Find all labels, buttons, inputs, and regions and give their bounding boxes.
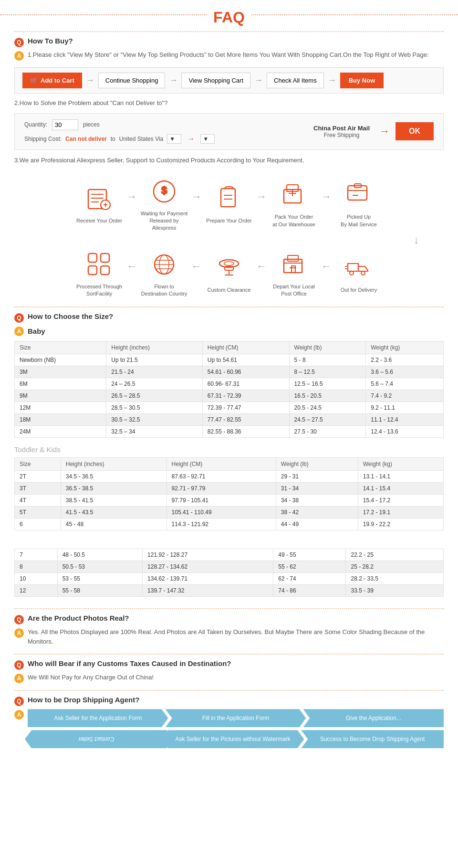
table-cell: 21.5 - 24 — [106, 366, 203, 378]
flow-item-1: Receive Your Order — [73, 182, 125, 224]
table-cell: 30.5 – 32.5 — [106, 413, 203, 425]
order-flow: Receive Your Order → $ Waiting for Payme… — [14, 175, 444, 298]
arrow-flow-2: → — [191, 191, 202, 203]
postoffice-icon — [278, 248, 310, 281]
faq-header: FAQ — [0, 0, 458, 31]
table-row: 12M28.5 – 30.572.39 - 77.4720.5 - 24.59.… — [15, 402, 444, 413]
drop-row-1: Ask Seller for the Application Form Fill… — [28, 709, 444, 727]
table-cell: 24 – 26.5 — [106, 378, 203, 390]
view-cart-button[interactable]: View Shopping Cart — [181, 73, 250, 88]
table-cell: 29 - 31 — [276, 470, 358, 482]
faq-title: FAQ — [208, 9, 250, 26]
payment-icon: $ — [148, 175, 180, 208]
cart-icon: 🛒 — [30, 77, 38, 84]
table-cell: 5 - 8 — [289, 354, 366, 366]
table-cell: 34 - 38 — [276, 494, 358, 506]
arrow-flow-4: → — [321, 191, 332, 203]
a-icon-1: A — [14, 51, 24, 61]
table-row: 1053 - 55134.62 - 139.7162 - 7428.2 - 33… — [15, 572, 444, 584]
shipping-row: Quantity: pieces Shipping Cost: Can not … — [14, 113, 444, 150]
flow-label-3: Prepare Your Order — [206, 217, 251, 224]
arrow-to-ok: → — [379, 125, 390, 138]
section-q3: Q Are the Product Photos Real? A Yes. Al… — [0, 609, 458, 654]
flow-label-6: Out for Delivery — [341, 286, 377, 294]
q3-label: Q Are the Product Photos Real? — [14, 614, 444, 625]
table-cell: 24.5 – 27.5 — [289, 413, 366, 425]
table-cell: 33.5 - 39 — [346, 584, 444, 596]
q4-text: Who will Bear if any Customs Taxes Cause… — [28, 659, 231, 667]
to-text: to — [111, 136, 115, 142]
drop-step-6: Contact Seller — [25, 730, 167, 748]
table-cell: 18M — [15, 413, 106, 425]
table-cell: 8 – 12.5 — [289, 366, 366, 378]
country-select[interactable]: ▼ — [167, 134, 181, 144]
flow-item-3: Prepare Your Order — [203, 182, 255, 224]
pickup-icon — [343, 179, 375, 211]
table-cell: 72.39 - 77.47 — [202, 402, 289, 413]
table-cell: 9M — [15, 390, 106, 402]
table-cell: 9.2 - 11.1 — [366, 402, 444, 413]
flow-item-5: Picked UpBy Mail Service — [333, 179, 385, 228]
table-cell: 48 - 50.5 — [57, 549, 142, 561]
add-to-cart-button[interactable]: 🛒 Add to Cart — [22, 73, 82, 88]
table-cell: 87.63 - 92.71 — [167, 470, 276, 482]
table-cell: 22.2 - 25 — [346, 549, 444, 561]
flow-row-1: Receive Your Order → $ Waiting for Payme… — [14, 175, 444, 232]
free-ship-text: Free Shipping — [313, 132, 370, 138]
flow-label-2: Waiting for PaymentReleased by Aliexpres… — [138, 210, 190, 232]
baby-header-row: Size Height (inches) Height (CM) Weight … — [15, 341, 444, 354]
continue-shopping-button[interactable]: Continue Shopping — [98, 73, 166, 88]
q5-label: Q How to be Drop Shipping Agent? — [14, 696, 444, 706]
section-q1: Q How To Buy? A 1.Please click "View My … — [0, 32, 458, 307]
toddler-header-row: Size Height (inches) Height (CM) Weight … — [15, 457, 444, 470]
a2-label: A Baby — [14, 326, 444, 337]
toddler-table-container: Size Height (inches) Height (CM) Weight … — [14, 457, 444, 530]
drop-label-1: Ask Seller for the Application Form — [54, 715, 142, 721]
svg-rect-28 — [291, 266, 295, 273]
q1-text: How To Buy? — [28, 37, 73, 45]
ok-button[interactable]: OK — [396, 122, 434, 140]
toddler-col-weight-lb: Weight (lb) — [276, 457, 358, 470]
payment-icon-svg: $ — [149, 177, 179, 206]
baby-col-size: Size — [15, 341, 106, 354]
table-row: 3T36.5 - 38.592.71 - 97.7931 - 3414.1 - … — [15, 482, 444, 494]
table-cell: 6 — [15, 518, 61, 530]
table-cell: Up to 21.5 — [106, 354, 203, 366]
table-cell: Up to 54.61 — [202, 354, 289, 366]
drop-label-4: Success to Become Drop Shipping Agent — [320, 736, 425, 742]
q1b-text: 2.How to Solve the Problem about "Can no… — [14, 98, 444, 108]
qty-input[interactable] — [52, 119, 78, 130]
arrow-shipping: → — [187, 135, 195, 143]
flow-item-4: Pack Your Orderat Our Warehouse — [268, 179, 320, 228]
table-cell: 32.5 – 34 — [106, 425, 203, 437]
table-cell: 3.6 – 5.6 — [366, 366, 444, 378]
table-cell: 10 — [15, 572, 58, 584]
table-cell: 7.4 - 9.2 — [366, 390, 444, 402]
arrow-flow-5: ← — [321, 260, 332, 273]
delivery-icon-svg — [344, 253, 374, 283]
table-cell: 67.31 - 72.39 — [202, 390, 289, 402]
arrow-1: → — [86, 75, 94, 85]
flow-label-1: Receive Your Order — [76, 217, 122, 224]
table-cell: 55 - 62 — [273, 561, 346, 572]
drop-step-5: Ask Seller for the Pictures without Wate… — [162, 730, 304, 748]
table-cell: 45 - 48 — [61, 518, 167, 530]
buy-now-button[interactable]: Buy Now — [340, 73, 384, 88]
a1-label: A 1.Please click "View My Store" or "Vie… — [14, 50, 444, 61]
check-all-button[interactable]: Check All Items — [267, 73, 324, 88]
pack-icon-svg — [279, 180, 309, 210]
add-to-cart-label: Add to Cart — [41, 77, 74, 84]
a-icon-5: A — [14, 710, 24, 720]
shipping-label: Shipping Cost: — [24, 136, 62, 142]
q4-label: Q Who will Bear if any Customs Taxes Cau… — [14, 659, 444, 670]
svg-rect-42 — [101, 266, 109, 275]
table-cell: 92.71 - 97.79 — [167, 482, 276, 494]
toddler-title: Toddler & Kids — [14, 445, 444, 454]
table-cell: 2T — [15, 470, 61, 482]
table-row: 1255 - 58139.7 - 147.3274 - 8633.5 - 39 — [15, 584, 444, 596]
baby-title: Baby — [28, 326, 45, 337]
china-post-text: China Post Air Mail — [313, 125, 370, 132]
method-select[interactable]: ▼ — [200, 134, 215, 144]
svg-point-20 — [350, 271, 354, 275]
table-row: 4T38.5 - 41.597.79 - 105.4134 - 3815.4 -… — [15, 494, 444, 506]
